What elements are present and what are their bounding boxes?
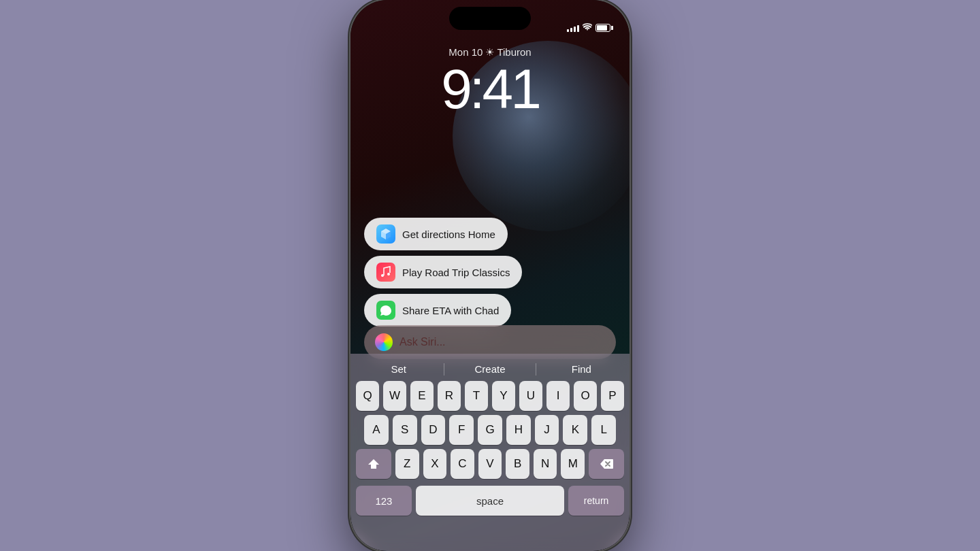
battery-fill <box>597 25 607 31</box>
pred-word-find[interactable]: Find <box>536 363 627 375</box>
keyboard: Set Create Find Q W E R T Y U I O P <box>350 354 630 551</box>
return-key[interactable]: return <box>568 486 624 516</box>
shift-key[interactable] <box>356 449 391 479</box>
phone-screen: Mon 10 ☀ Tiburon 9:41 Get directions Hom… <box>350 0 630 551</box>
lock-screen-info: Mon 10 ☀ Tiburon 9:41 <box>350 46 630 117</box>
key-x[interactable]: X <box>423 449 447 479</box>
keyboard-bottom-row: 123 space return <box>353 483 627 517</box>
keyboard-row-3: Z X C V B N M <box>353 449 627 479</box>
keyboard-row-2: A S D F G H J K L <box>353 415 627 445</box>
key-w[interactable]: W <box>383 381 406 411</box>
key-z[interactable]: Z <box>395 449 419 479</box>
suggestion-directions[interactable]: Get directions Home <box>364 218 508 250</box>
key-u[interactable]: U <box>519 381 542 411</box>
music-app-icon <box>376 263 395 282</box>
key-n[interactable]: N <box>534 449 557 479</box>
key-e[interactable]: E <box>410 381 434 411</box>
space-key[interactable]: space <box>416 486 564 516</box>
pred-word-set[interactable]: Set <box>353 363 444 375</box>
predictive-bar: Set Create Find <box>353 359 627 381</box>
key-q[interactable]: Q <box>356 381 379 411</box>
lock-time: 9:41 <box>350 61 630 117</box>
phone-frame: Mon 10 ☀ Tiburon 9:41 Get directions Hom… <box>350 0 630 551</box>
dynamic-island <box>449 7 531 30</box>
messages-app-icon <box>376 301 395 320</box>
key-b[interactable]: B <box>506 449 529 479</box>
siri-suggestions: Get directions Home Play Road Trip Class… <box>364 218 616 327</box>
siri-icon <box>375 333 393 351</box>
key-h[interactable]: H <box>506 415 531 445</box>
pred-word-create[interactable]: Create <box>444 363 535 375</box>
backspace-key[interactable] <box>589 449 624 479</box>
keyboard-row-1: Q W E R T Y U I O P <box>353 381 627 411</box>
key-d[interactable]: D <box>421 415 446 445</box>
battery-icon <box>595 24 610 32</box>
wifi-icon <box>583 22 592 33</box>
key-j[interactable]: J <box>535 415 559 445</box>
lock-date: Mon 10 ☀ Tiburon <box>350 46 630 59</box>
key-f[interactable]: F <box>449 415 474 445</box>
suggestion-directions-label: Get directions Home <box>402 229 495 240</box>
key-v[interactable]: V <box>478 449 502 479</box>
status-right <box>567 22 610 33</box>
signal-icon <box>567 24 579 32</box>
key-s[interactable]: S <box>393 415 417 445</box>
key-o[interactable]: O <box>574 381 597 411</box>
key-g[interactable]: G <box>478 415 502 445</box>
key-k[interactable]: K <box>563 415 587 445</box>
key-l[interactable]: L <box>591 415 616 445</box>
key-a[interactable]: A <box>364 415 389 445</box>
suggestion-share-eta[interactable]: Share ETA with Chad <box>364 294 511 327</box>
maps-app-icon <box>376 224 395 244</box>
suggestion-music-label: Play Road Trip Classics <box>402 267 510 278</box>
siri-placeholder: Ask Siri... <box>399 336 605 348</box>
key-i[interactable]: I <box>546 381 570 411</box>
key-y[interactable]: Y <box>492 381 515 411</box>
suggestion-share-eta-label: Share ETA with Chad <box>402 305 499 316</box>
number-key[interactable]: 123 <box>356 486 412 516</box>
suggestion-music[interactable]: Play Road Trip Classics <box>364 256 522 288</box>
key-p[interactable]: P <box>601 381 624 411</box>
key-r[interactable]: R <box>438 381 461 411</box>
key-c[interactable]: C <box>451 449 474 479</box>
key-m[interactable]: M <box>561 449 585 479</box>
key-t[interactable]: T <box>465 381 488 411</box>
